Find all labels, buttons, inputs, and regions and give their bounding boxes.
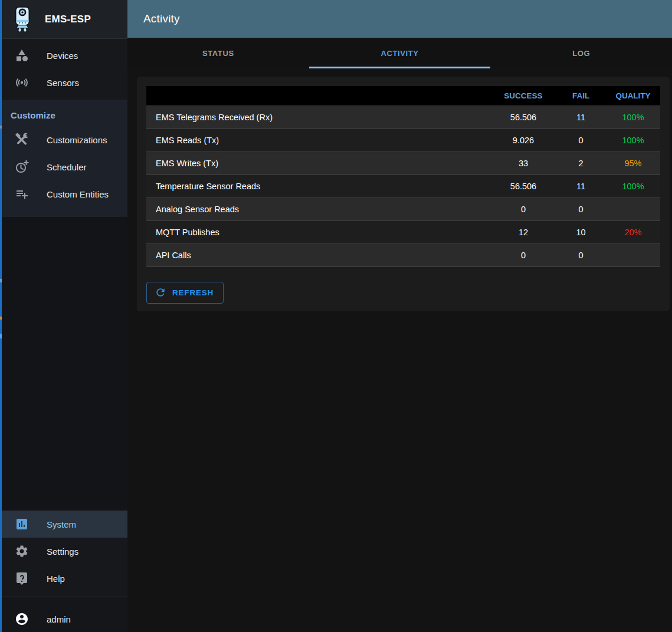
app-bar: Activity bbox=[127, 0, 672, 38]
sensors-icon bbox=[15, 75, 29, 90]
table-row: API Calls 0 0 bbox=[146, 243, 660, 266]
row-fail: 0 bbox=[556, 243, 606, 266]
category-icon bbox=[15, 48, 29, 62]
sidebar-item-settings[interactable]: Settings bbox=[0, 538, 127, 565]
row-fail: 0 bbox=[556, 198, 606, 220]
table-row: EMS Writes (Tx) 33 2 95% bbox=[146, 152, 660, 175]
col-header-fail: FAIL bbox=[556, 86, 606, 106]
refresh-icon bbox=[155, 287, 166, 298]
sidebar-item-admin[interactable]: admin bbox=[0, 605, 127, 632]
row-quality: 95% bbox=[606, 152, 660, 175]
row-fail: 0 bbox=[556, 129, 606, 152]
more-time-icon bbox=[15, 160, 29, 174]
tab-status[interactable]: STATUS bbox=[127, 38, 309, 68]
account-circle-icon bbox=[15, 612, 29, 626]
help-bubble-icon bbox=[15, 571, 29, 585]
customize-section-header: Customize bbox=[0, 100, 127, 126]
sidebar-item-sensors[interactable]: Sensors bbox=[0, 69, 127, 96]
assessment-icon bbox=[15, 517, 29, 531]
row-quality: 20% bbox=[606, 220, 660, 243]
row-fail: 10 bbox=[556, 220, 606, 243]
sidebar: EMS-ESP Devices Sens bbox=[0, 0, 127, 632]
sidebar-spacer bbox=[0, 217, 127, 511]
row-fail: 11 bbox=[556, 175, 606, 198]
row-quality bbox=[606, 243, 660, 266]
activity-card: SUCCESS FAIL QUALITY EMS Telegrams Recei… bbox=[137, 77, 670, 311]
row-label: Analog Sensor Reads bbox=[146, 198, 491, 220]
row-quality: 100% bbox=[606, 129, 660, 152]
sidebar-item-label: Customizations bbox=[47, 135, 107, 145]
row-fail: 2 bbox=[556, 152, 606, 175]
gear-icon bbox=[15, 544, 29, 558]
sidebar-item-label: admin bbox=[47, 614, 71, 624]
app-title: EMS-ESP bbox=[45, 14, 91, 25]
row-quality: 100% bbox=[606, 106, 660, 129]
left-edge-strip bbox=[0, 0, 2, 632]
sidebar-bottom-group: System Settings Help bbox=[0, 511, 127, 597]
table-row: MQTT Publishes 12 10 20% bbox=[146, 220, 660, 243]
row-success: 56.506 bbox=[491, 175, 556, 198]
edge-mark bbox=[0, 334, 2, 338]
row-success: 12 bbox=[491, 220, 556, 243]
table-row: Analog Sensor Reads 0 0 bbox=[146, 198, 660, 220]
edge-mark bbox=[0, 279, 2, 282]
table-row: EMS Reads (Tx) 9.026 0 100% bbox=[146, 129, 660, 152]
row-label: Temperature Sensor Reads bbox=[146, 175, 491, 198]
row-success: 33 bbox=[491, 152, 556, 175]
row-success: 56.506 bbox=[491, 106, 556, 129]
sidebar-item-system[interactable]: System bbox=[0, 511, 127, 538]
row-label: EMS Telegrams Received (Rx) bbox=[146, 106, 491, 129]
sidebar-header: EMS-ESP bbox=[0, 0, 127, 39]
col-header-label bbox=[146, 86, 491, 106]
content-area: SUCCESS FAIL QUALITY EMS Telegrams Recei… bbox=[127, 68, 672, 632]
edge-mark bbox=[0, 126, 2, 129]
row-label: MQTT Publishes bbox=[146, 220, 491, 243]
row-success: 0 bbox=[491, 243, 556, 266]
active-tab-indicator bbox=[309, 67, 491, 68]
sidebar-admin-section: admin bbox=[0, 597, 127, 632]
col-header-quality: QUALITY bbox=[606, 86, 660, 106]
sidebar-item-devices[interactable]: Devices bbox=[0, 42, 127, 69]
row-label: API Calls bbox=[146, 243, 491, 266]
refresh-button[interactable]: REFRESH bbox=[146, 282, 224, 304]
tab-log[interactable]: LOG bbox=[490, 38, 672, 68]
sidebar-item-label: System bbox=[47, 519, 76, 529]
sidebar-item-label: Devices bbox=[47, 51, 78, 61]
edge-mark bbox=[0, 317, 2, 320]
ems-esp-logo-icon bbox=[10, 5, 35, 34]
tab-activity[interactable]: ACTIVITY bbox=[309, 38, 491, 68]
main-area: Activity STATUS ACTIVITY LOG SUCCESS FAI… bbox=[127, 0, 672, 632]
refresh-button-label: REFRESH bbox=[172, 288, 214, 297]
table-row: Temperature Sensor Reads 56.506 11 100% bbox=[146, 175, 660, 198]
row-label: EMS Writes (Tx) bbox=[146, 152, 491, 175]
row-fail: 11 bbox=[556, 106, 606, 129]
sidebar-item-label: Custom Entities bbox=[47, 189, 109, 199]
row-label: EMS Reads (Tx) bbox=[146, 129, 491, 152]
row-success: 0 bbox=[491, 198, 556, 220]
row-quality bbox=[606, 198, 660, 220]
sidebar-item-custom-entities[interactable]: Custom Entities bbox=[0, 180, 127, 208]
sidebar-customize-group: Customize Customizations bbox=[0, 100, 127, 217]
sidebar-item-label: Sensors bbox=[47, 78, 79, 88]
sidebar-item-label: Help bbox=[47, 574, 65, 584]
sidebar-item-label: Scheduler bbox=[47, 162, 87, 172]
page-title: Activity bbox=[143, 12, 180, 25]
sidebar-item-scheduler[interactable]: Scheduler bbox=[0, 153, 127, 180]
col-header-success: SUCCESS bbox=[491, 86, 556, 106]
sidebar-item-label: Settings bbox=[47, 547, 78, 557]
construction-icon bbox=[15, 133, 29, 147]
sidebar-item-help[interactable]: Help bbox=[0, 565, 127, 592]
sidebar-main-group: Devices Sensors bbox=[0, 39, 127, 100]
table-row: EMS Telegrams Received (Rx) 56.506 11 10… bbox=[146, 106, 660, 129]
app-root: EMS-ESP Devices Sens bbox=[0, 0, 672, 632]
playlist-add-icon bbox=[15, 187, 29, 201]
table-header: SUCCESS FAIL QUALITY bbox=[146, 86, 660, 106]
sidebar-item-customizations[interactable]: Customizations bbox=[0, 126, 127, 153]
row-quality: 100% bbox=[606, 175, 660, 198]
tab-bar: STATUS ACTIVITY LOG bbox=[127, 38, 672, 68]
row-success: 9.026 bbox=[491, 129, 556, 152]
activity-table: SUCCESS FAIL QUALITY EMS Telegrams Recei… bbox=[146, 86, 660, 267]
